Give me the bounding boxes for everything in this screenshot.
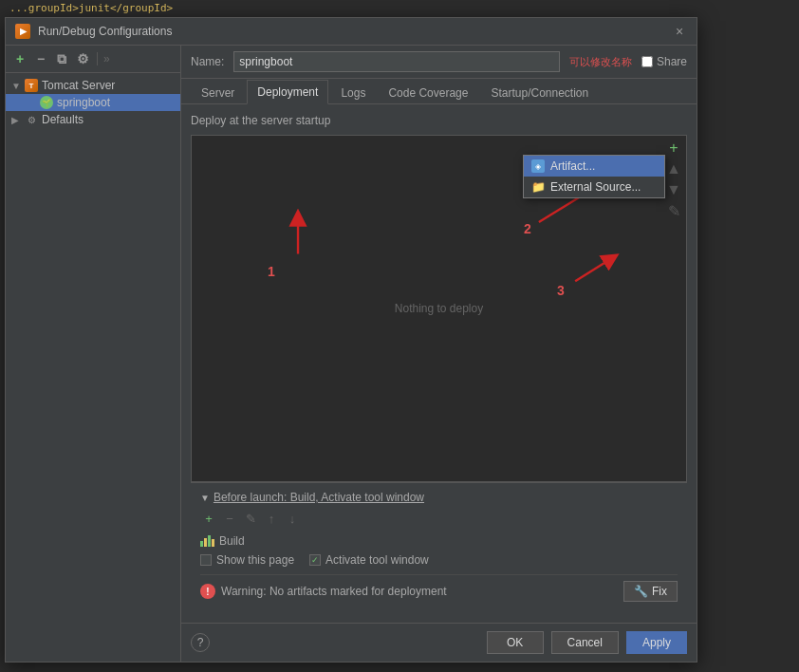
activate-label: Activate tool window bbox=[325, 553, 429, 567]
tomcat-icon: T bbox=[25, 79, 38, 92]
artifact-dropdown: ◈ Artifact... 📁 External Source... bbox=[523, 155, 665, 198]
tomcat-server-label: Tomcat Server bbox=[42, 79, 115, 92]
remove-config-button[interactable]: − bbox=[32, 50, 49, 67]
share-area: Share bbox=[641, 55, 687, 68]
tree-tomcat-server[interactable]: ▼ T Tomcat Server bbox=[6, 77, 180, 94]
deploy-edit-button[interactable]: ✎ bbox=[665, 202, 682, 219]
fix-icon: 🔧 bbox=[634, 585, 648, 598]
before-launch-section: ▼ Before launch: Build, Activate tool wi… bbox=[191, 482, 687, 613]
settings-config-button[interactable]: ⚙ bbox=[74, 50, 91, 67]
before-launch-title: Before launch: Build, Activate tool wind… bbox=[214, 491, 424, 504]
defaults-expand-icon: ▶ bbox=[11, 115, 21, 125]
deploy-header: Deploy at the server startup bbox=[191, 114, 687, 127]
show-page-label: Show this page bbox=[216, 553, 294, 567]
name-input[interactable] bbox=[233, 51, 560, 72]
tab-code-coverage[interactable]: Code Coverage bbox=[378, 81, 478, 104]
build-label: Build bbox=[219, 534, 245, 548]
show-page-option: Show this page bbox=[200, 553, 294, 567]
before-launch-up-btn[interactable]: ↑ bbox=[263, 510, 280, 527]
fix-label: Fix bbox=[652, 585, 667, 598]
fix-button[interactable]: 🔧 Fix bbox=[623, 581, 678, 602]
before-launch-down-btn[interactable]: ↓ bbox=[284, 510, 301, 527]
build-item: Build bbox=[200, 532, 678, 550]
left-panel: + − ⧉ ⚙ » ▼ T Tomcat Server 🌱 springboot bbox=[6, 46, 181, 662]
defaults-icon: ⚙ bbox=[25, 113, 38, 126]
name-hint: 可以修改名称 bbox=[569, 55, 632, 69]
warning-icon: ! bbox=[200, 584, 215, 599]
ok-button[interactable]: OK bbox=[487, 631, 544, 654]
cancel-button[interactable]: Cancel bbox=[551, 631, 619, 654]
add-config-button[interactable]: + bbox=[11, 50, 28, 67]
warning-row: ! Warning: No artifacts marked for deplo… bbox=[200, 574, 678, 606]
footer-buttons: ? OK Cancel Apply bbox=[181, 623, 697, 662]
build-icon bbox=[200, 534, 214, 548]
close-button[interactable]: × bbox=[672, 24, 687, 39]
name-row: Name: 可以修改名称 Share bbox=[181, 46, 697, 79]
deploy-move-down-button[interactable]: ▼ bbox=[665, 181, 682, 198]
activate-option: ✓ Activate tool window bbox=[309, 553, 429, 567]
dialog-body: + − ⧉ ⚙ » ▼ T Tomcat Server 🌱 springboot bbox=[6, 46, 697, 662]
apply-button[interactable]: Apply bbox=[626, 631, 687, 654]
copy-config-button[interactable]: ⧉ bbox=[53, 50, 70, 67]
activate-checkbox[interactable]: ✓ bbox=[309, 554, 321, 566]
spring-icon: 🌱 bbox=[40, 96, 53, 109]
dialog-title: Run/Debug Configurations bbox=[38, 25, 172, 38]
external-source-label: External Source... bbox=[550, 180, 641, 194]
tabs-bar: Server Deployment Logs Code Coverage Sta… bbox=[181, 79, 697, 104]
bg-code: ...groupId>junit</groupId> bbox=[0, 0, 799, 17]
before-launch-header: ▼ Before launch: Build, Activate tool wi… bbox=[200, 491, 678, 504]
deployment-content: Deploy at the server startup + ▲ ▼ ✎ ◈ A… bbox=[181, 104, 697, 623]
before-launch-remove-btn[interactable]: − bbox=[221, 510, 238, 527]
show-page-checkbox[interactable] bbox=[200, 554, 212, 566]
help-button[interactable]: ? bbox=[191, 633, 210, 652]
share-label: Share bbox=[657, 55, 687, 68]
deploy-area: + ▲ ▼ ✎ ◈ Artifact... 📁 External S bbox=[191, 135, 687, 482]
dropdown-artifact[interactable]: ◈ Artifact... bbox=[524, 156, 664, 177]
toolbar-separator bbox=[97, 52, 98, 65]
right-panel: Name: 可以修改名称 Share Server Deployment Log… bbox=[181, 46, 697, 662]
options-row: Show this page ✓ Activate tool window bbox=[200, 550, 678, 570]
before-launch-edit-btn[interactable]: ✎ bbox=[242, 510, 259, 527]
before-launch-add-btn[interactable]: + bbox=[200, 510, 217, 527]
springboot-label: springboot bbox=[57, 96, 110, 109]
deploy-move-up-button[interactable]: ▲ bbox=[665, 160, 682, 177]
tab-deployment[interactable]: Deployment bbox=[247, 80, 328, 104]
run-debug-dialog: ▶ Run/Debug Configurations × + − ⧉ ⚙ » ▼… bbox=[5, 17, 697, 663]
warning-text: Warning: No artifacts marked for deploym… bbox=[221, 585, 447, 598]
external-source-icon: 📁 bbox=[531, 180, 545, 194]
collapse-arrow[interactable]: ▼ bbox=[200, 493, 210, 503]
artifact-icon: ◈ bbox=[531, 159, 545, 173]
dialog-titlebar: ▶ Run/Debug Configurations × bbox=[6, 18, 697, 46]
dropdown-external-source[interactable]: 📁 External Source... bbox=[524, 177, 664, 197]
tree-springboot[interactable]: 🌱 springboot bbox=[6, 94, 180, 111]
defaults-label: Defaults bbox=[42, 113, 84, 126]
dialog-icon: ▶ bbox=[15, 24, 30, 39]
expand-arrow: » bbox=[103, 52, 110, 65]
before-launch-toolbar: + − ✎ ↑ ↓ bbox=[200, 510, 678, 527]
config-tree: ▼ T Tomcat Server 🌱 springboot ▶ ⚙ Defau… bbox=[6, 73, 180, 662]
artifact-label: Artifact... bbox=[550, 159, 595, 173]
tab-startup-connection[interactable]: Startup/Connection bbox=[480, 81, 599, 104]
tab-logs[interactable]: Logs bbox=[330, 81, 376, 104]
tree-defaults[interactable]: ▶ ⚙ Defaults bbox=[6, 111, 180, 128]
name-label: Name: bbox=[191, 55, 224, 68]
deploy-add-button[interactable]: + bbox=[665, 140, 682, 157]
deploy-toolbar: + ▲ ▼ ✎ bbox=[665, 140, 682, 219]
tab-server[interactable]: Server bbox=[191, 81, 245, 104]
share-checkbox[interactable] bbox=[641, 56, 653, 67]
title-left: ▶ Run/Debug Configurations bbox=[15, 24, 172, 39]
tomcat-expand-icon: ▼ bbox=[11, 81, 21, 91]
warning-left: ! Warning: No artifacts marked for deplo… bbox=[200, 584, 447, 599]
left-toolbar: + − ⧉ ⚙ » bbox=[6, 46, 180, 73]
